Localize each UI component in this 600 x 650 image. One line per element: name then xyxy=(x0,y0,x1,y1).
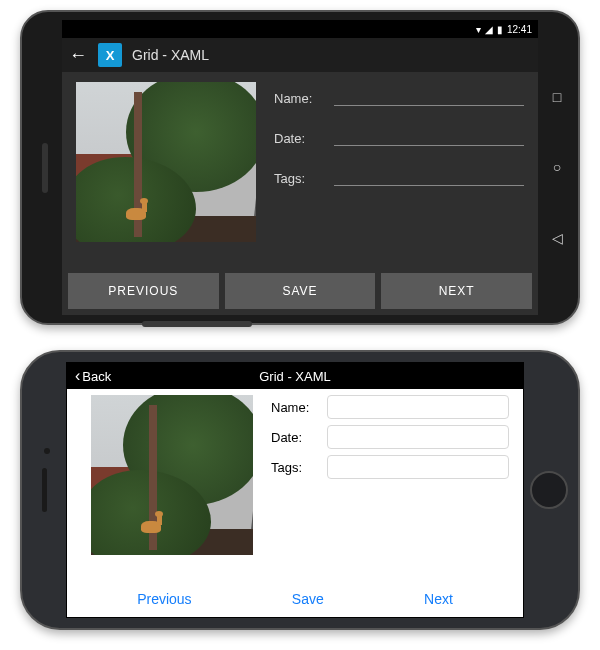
tags-label: Tags: xyxy=(271,460,319,475)
ios-nav-bar: ‹ Back Grid - XAML xyxy=(67,363,523,389)
previous-button[interactable]: Previous xyxy=(125,585,203,613)
photo-image xyxy=(76,82,256,242)
android-back-hw-icon[interactable]: ◁ xyxy=(552,230,563,246)
photo-image xyxy=(91,395,253,555)
chevron-left-icon: ‹ xyxy=(75,368,80,384)
android-hardware-nav: □ ○ ◁ xyxy=(544,12,570,323)
android-speaker xyxy=(42,143,48,193)
name-input[interactable] xyxy=(327,395,509,419)
wifi-icon: ▾ xyxy=(476,24,481,35)
android-button-bar: PREVIOUS SAVE NEXT xyxy=(62,273,538,315)
ios-camera xyxy=(44,448,50,454)
android-form: Name: Date: Tags: xyxy=(274,82,524,269)
date-row: Date: xyxy=(271,425,509,449)
back-label: Back xyxy=(82,369,111,384)
date-row: Date: xyxy=(274,126,524,146)
android-recent-icon[interactable]: □ xyxy=(553,89,561,105)
name-label: Name: xyxy=(274,91,324,106)
android-device-frame: □ ○ ◁ ▾ ◢ ▮ 12:41 ← X Grid - XAML Name: xyxy=(20,10,580,325)
android-screen: ▾ ◢ ▮ 12:41 ← X Grid - XAML Name: xyxy=(62,20,538,315)
next-button[interactable]: Next xyxy=(412,585,465,613)
name-row: Name: xyxy=(271,395,509,419)
save-button[interactable]: SAVE xyxy=(225,273,376,309)
android-status-bar: ▾ ◢ ▮ 12:41 xyxy=(62,20,538,38)
save-button[interactable]: Save xyxy=(280,585,336,613)
name-input[interactable] xyxy=(334,86,524,106)
ios-content: Name: Date: Tags: xyxy=(67,389,523,581)
ios-speaker xyxy=(42,468,47,512)
android-volume-rocker xyxy=(142,321,252,327)
next-button[interactable]: NEXT xyxy=(381,273,532,309)
signal-icon: ◢ xyxy=(485,24,493,35)
android-action-bar: ← X Grid - XAML xyxy=(62,38,538,72)
tags-row: Tags: xyxy=(274,166,524,186)
page-title: Grid - XAML xyxy=(132,47,209,63)
android-content: Name: Date: Tags: xyxy=(62,72,538,273)
tags-row: Tags: xyxy=(271,455,509,479)
tags-input[interactable] xyxy=(327,455,509,479)
ios-home-button[interactable] xyxy=(530,471,568,509)
android-home-icon[interactable]: ○ xyxy=(553,159,561,175)
battery-icon: ▮ xyxy=(497,24,503,35)
back-arrow-icon[interactable]: ← xyxy=(68,45,88,65)
xamarin-icon: X xyxy=(98,43,122,67)
tags-label: Tags: xyxy=(274,171,324,186)
ios-device-frame: ‹ Back Grid - XAML Name: Date: xyxy=(20,350,580,630)
ios-form: Name: Date: Tags: xyxy=(271,395,509,581)
date-label: Date: xyxy=(274,131,324,146)
status-time: 12:41 xyxy=(507,24,532,35)
previous-button[interactable]: PREVIOUS xyxy=(68,273,219,309)
ios-screen: ‹ Back Grid - XAML Name: Date: xyxy=(66,362,524,618)
back-button[interactable]: ‹ Back xyxy=(75,368,111,384)
page-title: Grid - XAML xyxy=(67,369,523,384)
name-label: Name: xyxy=(271,400,319,415)
ios-button-bar: Previous Save Next xyxy=(67,581,523,617)
tags-input[interactable] xyxy=(334,166,524,186)
date-input[interactable] xyxy=(334,126,524,146)
date-input[interactable] xyxy=(327,425,509,449)
name-row: Name: xyxy=(274,86,524,106)
date-label: Date: xyxy=(271,430,319,445)
